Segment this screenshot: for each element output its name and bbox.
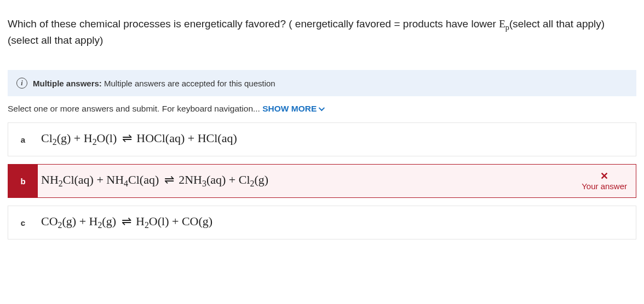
option-b[interactable]: bNH2Cl(aq) + NH4Cl(aq) ⇌ 2NH3(aq) + Cl2(… bbox=[8, 164, 636, 198]
question-container: Which of these chemical processes is ene… bbox=[0, 0, 644, 244]
option-c[interactable]: cCO2(g) + H2(g) ⇌ H2O(l) + CO(g) bbox=[8, 206, 636, 239]
ep-symbol: Ep bbox=[499, 18, 509, 30]
option-formula: NH2Cl(aq) + NH4Cl(aq) ⇌ 2NH3(aq) + Cl2(g… bbox=[41, 173, 268, 189]
wrong-icon: ✕ bbox=[600, 171, 608, 181]
option-letter: a bbox=[8, 123, 38, 156]
chevron-down-icon bbox=[319, 105, 325, 111]
option-body: CO2(g) + H2(g) ⇌ H2O(l) + CO(g) bbox=[38, 206, 636, 239]
options-list: aCl2(g) + H2O(l) ⇌ HOCl(aq) + HCl(aq)bNH… bbox=[8, 122, 636, 239]
show-more-link[interactable]: SHOW MORE bbox=[262, 104, 323, 114]
option-feedback: ✕Your answer bbox=[577, 165, 636, 197]
question-text: Which of these chemical processes is ene… bbox=[8, 16, 636, 48]
option-letter: b bbox=[8, 165, 38, 197]
question-part1: Which of these chemical processes is ene… bbox=[8, 18, 499, 30]
option-a[interactable]: aCl2(g) + H2O(l) ⇌ HOCl(aq) + HCl(aq) bbox=[8, 122, 636, 156]
info-text: Multiple answers: Multiple answers are a… bbox=[33, 79, 275, 88]
option-body: NH2Cl(aq) + NH4Cl(aq) ⇌ 2NH3(aq) + Cl2(g… bbox=[38, 165, 577, 197]
your-answer-label: Your answer bbox=[582, 182, 627, 191]
info-banner: i Multiple answers: Multiple answers are… bbox=[8, 70, 636, 96]
option-body: Cl2(g) + H2O(l) ⇌ HOCl(aq) + HCl(aq) bbox=[38, 123, 636, 156]
option-formula: Cl2(g) + H2O(l) ⇌ HOCl(aq) + HCl(aq) bbox=[41, 131, 237, 147]
option-letter: c bbox=[8, 206, 38, 239]
instructions: Select one or more answers and submit. F… bbox=[8, 104, 636, 114]
option-formula: CO2(g) + H2(g) ⇌ H2O(l) + CO(g) bbox=[41, 214, 212, 230]
info-icon: i bbox=[16, 78, 27, 89]
